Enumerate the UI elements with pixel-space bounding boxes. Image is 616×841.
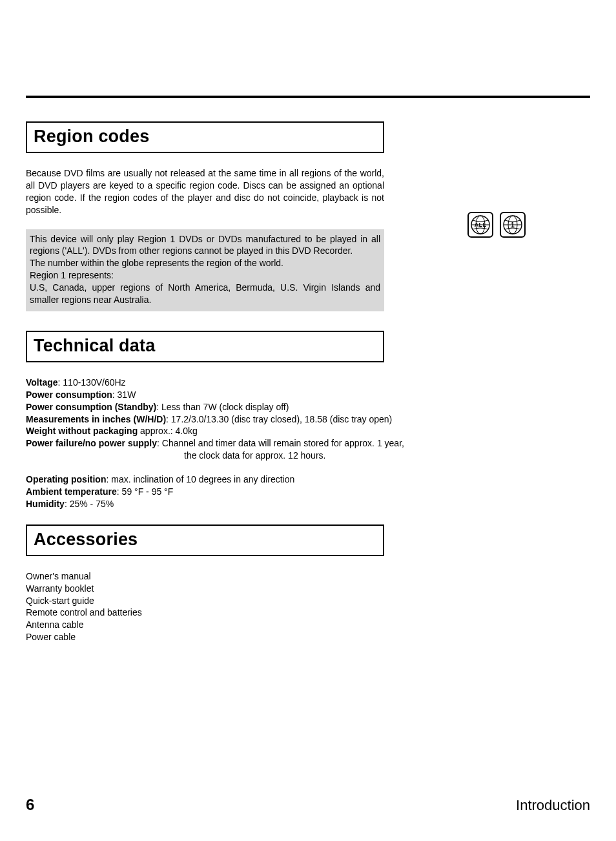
region-gray-line1: This device will only play Region 1 DVDs… [30,234,380,256]
accessories-list: Owner's manual Warranty booklet Quick-st… [26,570,590,643]
top-rule [26,96,590,98]
globe-label-all: ALL [475,222,486,228]
heading-region-codes: Region codes [34,127,376,147]
list-item: Owner's manual [26,570,590,583]
region-gray-line4: U.S, Canada, upper regions of North Amer… [30,282,380,305]
spec-row-cont: the clock data for approx. 12 hours. [26,450,413,462]
heading-accessories: Accessories [34,530,376,550]
spec-row: Ambient temperature: 59 °F - 95 °F [26,486,413,498]
section-heading-accessories: Accessories [26,524,384,556]
region-intro-paragraph: Because DVD films are usually not releas… [26,167,384,216]
page-footer: 6 Introduction [26,796,590,814]
page-number: 6 [26,796,34,814]
spec-row: Power consumption (Standby): Less than 7… [26,401,413,413]
spec-row: Voltage: 110-130V/60Hz [26,377,413,389]
spec-row: Humidity: 25% - 75% [26,498,413,510]
region-gray-line2: The number within the globe represents t… [30,257,380,269]
region-globe-all: ALL [467,212,493,238]
list-item: Quick-start guide [26,595,590,607]
spec-row: Operating position: max. inclination of … [26,473,413,486]
globe-label-1: 1 [511,221,515,229]
region-globe-1: 1 [500,212,526,238]
region-gray-note: This device will only play Region 1 DVDs… [26,229,384,311]
spec-row: Power consumption: 31W [26,389,413,401]
region-gray-line3: Region 1 represents: [30,269,380,282]
heading-technical-data: Technical data [34,336,376,356]
list-item: Remote control and batteries [26,607,590,619]
chapter-title: Introduction [516,797,590,814]
tech-spec-list: Voltage: 110-130V/60Hz Power consumption… [26,377,413,510]
spec-row: Measurements in inches (W/H/D): 17.2/3.0… [26,413,413,426]
list-item: Power cable [26,631,590,643]
region-globe-icons: ALL 1 [467,212,526,238]
section-heading-region: Region codes [26,121,384,153]
spec-row: Weight without packaging approx.: 4.0kg [26,425,413,437]
list-item: Warranty booklet [26,583,590,595]
list-item: Antenna cable [26,619,590,631]
spec-row: Power failure/no power supply: Channel a… [26,437,413,450]
section-heading-technical: Technical data [26,331,384,362]
